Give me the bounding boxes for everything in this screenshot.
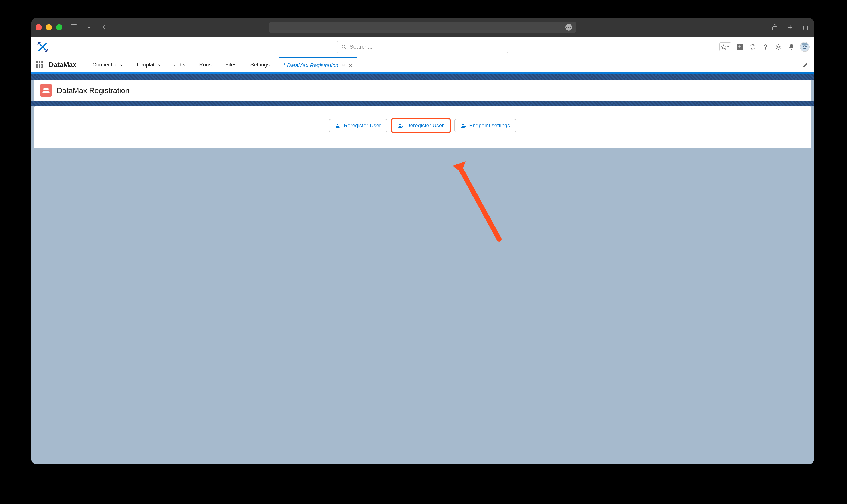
app-launcher-icon[interactable] bbox=[35, 60, 44, 69]
active-tab[interactable]: * DataMax Registration bbox=[279, 57, 357, 72]
svg-point-26 bbox=[336, 124, 338, 125]
app-nav: DataMax Connections Templates Jobs Runs … bbox=[31, 57, 814, 72]
add-button[interactable] bbox=[735, 42, 744, 51]
button-label: Reregister User bbox=[344, 123, 381, 129]
svg-line-10 bbox=[344, 47, 346, 49]
sync-icon[interactable] bbox=[748, 42, 757, 51]
active-tab-label: * DataMax Registration bbox=[283, 62, 338, 69]
svg-marker-12 bbox=[727, 46, 729, 48]
user-plus-icon bbox=[461, 123, 466, 128]
nav-settings[interactable]: Settings bbox=[246, 57, 274, 72]
action-panel: Reregister User Deregister User Endpoint… bbox=[34, 106, 811, 148]
app-content: DataMax Connections Templates Jobs Runs … bbox=[31, 37, 814, 465]
sidebar-toggle-icon[interactable] bbox=[69, 23, 78, 32]
nav-jobs[interactable]: Jobs bbox=[170, 57, 190, 72]
browser-window: ••• bbox=[31, 18, 814, 465]
address-menu-icon[interactable]: ••• bbox=[566, 24, 572, 31]
page-icon bbox=[40, 84, 52, 97]
user-avatar[interactable] bbox=[800, 42, 810, 52]
pattern-strip bbox=[31, 101, 814, 106]
svg-point-28 bbox=[339, 126, 340, 127]
app-name: DataMax bbox=[49, 61, 76, 69]
setup-icon[interactable] bbox=[774, 42, 783, 51]
share-icon[interactable] bbox=[771, 23, 779, 32]
minimize-window-button[interactable] bbox=[46, 24, 52, 31]
page-header-card: DataMax Registration bbox=[34, 79, 811, 101]
nav-runs[interactable]: Runs bbox=[195, 57, 216, 72]
new-tab-icon[interactable] bbox=[785, 23, 795, 32]
svg-point-16 bbox=[765, 49, 766, 49]
svg-point-31 bbox=[402, 126, 402, 127]
button-label: Deregister User bbox=[407, 123, 444, 129]
help-icon[interactable] bbox=[761, 42, 770, 51]
close-tab-icon[interactable] bbox=[348, 63, 352, 67]
svg-point-32 bbox=[462, 124, 464, 125]
page-title: DataMax Registration bbox=[57, 86, 129, 95]
edit-icon[interactable] bbox=[801, 60, 810, 69]
annotation-arrow bbox=[448, 159, 506, 244]
app-header bbox=[31, 37, 814, 57]
svg-point-17 bbox=[778, 46, 779, 48]
titlebar-dropdown-icon[interactable] bbox=[85, 23, 93, 32]
app-logo[interactable] bbox=[36, 40, 50, 54]
svg-line-36 bbox=[460, 168, 499, 239]
svg-point-20 bbox=[806, 46, 807, 47]
button-label: Endpoint settings bbox=[469, 123, 510, 129]
star-icon bbox=[721, 44, 727, 50]
global-search[interactable] bbox=[337, 41, 508, 53]
user-gear-icon bbox=[335, 123, 341, 128]
chevron-down-icon bbox=[727, 46, 730, 48]
svg-point-29 bbox=[399, 124, 401, 125]
svg-marker-35 bbox=[452, 161, 466, 173]
user-gear-icon bbox=[398, 123, 403, 128]
search-input[interactable] bbox=[349, 43, 504, 50]
deregister-user-button[interactable]: Deregister User bbox=[392, 119, 450, 132]
favorites-button[interactable] bbox=[719, 42, 731, 51]
accent-strip bbox=[31, 72, 814, 74]
nav-templates[interactable]: Templates bbox=[132, 57, 165, 72]
svg-marker-11 bbox=[721, 44, 726, 49]
notifications-icon[interactable] bbox=[787, 42, 796, 51]
svg-rect-0 bbox=[71, 25, 77, 30]
nav-connections[interactable]: Connections bbox=[88, 57, 126, 72]
search-icon bbox=[341, 44, 346, 50]
svg-rect-6 bbox=[803, 26, 808, 30]
tabs-icon[interactable] bbox=[801, 23, 810, 32]
back-button[interactable] bbox=[100, 23, 108, 32]
endpoint-settings-button[interactable]: Endpoint settings bbox=[454, 119, 516, 132]
chevron-down-icon[interactable] bbox=[342, 64, 345, 67]
address-bar[interactable]: ••• bbox=[269, 21, 576, 33]
window-controls bbox=[36, 24, 62, 31]
svg-point-9 bbox=[342, 45, 345, 48]
nav-files[interactable]: Files bbox=[221, 57, 241, 72]
svg-point-21 bbox=[801, 43, 808, 46]
reregister-user-button[interactable]: Reregister User bbox=[329, 119, 387, 132]
fullscreen-window-button[interactable] bbox=[56, 24, 62, 31]
svg-point-24 bbox=[44, 88, 46, 90]
pattern-strip bbox=[31, 74, 814, 79]
close-window-button[interactable] bbox=[36, 24, 42, 31]
browser-titlebar: ••• bbox=[31, 18, 814, 37]
svg-point-19 bbox=[803, 46, 804, 47]
svg-point-25 bbox=[46, 88, 49, 90]
